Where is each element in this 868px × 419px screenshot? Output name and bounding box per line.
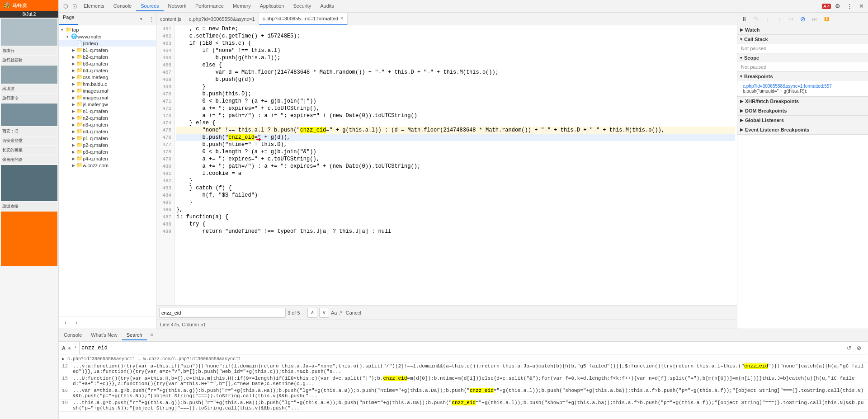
tree-item-hm[interactable]: ▶ 📁 hm.baidu.c — [59, 80, 156, 87]
tree-item-index[interactable]: 📄 (index) — [59, 40, 156, 47]
code-line-486: }, — [176, 206, 735, 213]
watch-section-header[interactable]: ▶ Watch — [737, 25, 868, 34]
console-search-input[interactable] — [81, 345, 843, 351]
website-place-3[interactable]: 长安的画板 — [1, 146, 57, 155]
tree-item-n3[interactable]: ▶ 📁 n3-q.mafen — [59, 121, 156, 128]
website-menu-2[interactable]: 旅行就要骑 — [1, 56, 57, 65]
tree-item-p4[interactable]: ▶ 📁 p4-q.mafen — [59, 155, 156, 162]
tree-item-images2[interactable]: ▶ 📁 images.maf — [59, 94, 156, 101]
console-search-input-area[interactable]: ↺ ⊘ — [79, 342, 865, 354]
console-line-number: 16 — [62, 388, 71, 399]
tree-item-p2[interactable]: ▶ 📁 p2-q.mafen — [59, 141, 156, 148]
website-date: 8/Jul.2 — [0, 11, 58, 18]
sidebar-more-btn[interactable]: ⋮ — [146, 14, 156, 24]
console-tab-close-btn[interactable]: ✕ — [147, 330, 156, 340]
sidebar-collapse-btn[interactable]: ‹ — [61, 318, 70, 327]
pause-btn[interactable]: ⏸ — [739, 14, 749, 24]
website-section[interactable]: 旅游攻略 — [1, 202, 57, 211]
search-cancel-btn[interactable]: Cancel — [346, 310, 361, 315]
more-debug-btn[interactable]: ⏬ — [821, 14, 831, 24]
console-line-text: ...this.a.g?b.push("r="+g(this.a.g)):b.p… — [73, 400, 865, 411]
code-line-478: 0 < b.length ? (a += g(b.join("&")) — [176, 148, 735, 155]
editor-tab-content-js[interactable]: content.js — [156, 13, 185, 25]
step-out-btn[interactable]: ↑ — [774, 14, 784, 24]
tab-console[interactable]: Console — [109, 1, 136, 11]
tree-item-b1[interactable]: ▶ 📁 b1-q.mafen — [59, 47, 156, 53]
editor-tab-php-2[interactable]: c.php?id=300655...nc=1:formatted ✕ — [259, 13, 348, 25]
breakpoints-header[interactable]: ▾ Breakpoints — [737, 72, 868, 81]
website-menu-3[interactable]: 出境游 — [1, 85, 57, 93]
close-devtools-btn[interactable]: ✕ — [856, 1, 866, 11]
tree-item-b4[interactable]: ▶ 📁 b4-q.mafen — [59, 67, 156, 74]
website-menu-1[interactable]: 自由行 — [1, 47, 57, 55]
tab-sources[interactable]: Sources — [136, 1, 163, 11]
tree-item-css[interactable]: ▶ 📁 css.mafeng — [59, 74, 156, 80]
dom-header[interactable]: ▶ DOM Breakpoints — [737, 106, 868, 115]
console-line-number: 12 — [62, 363, 71, 374]
console-tab-search[interactable]: Search — [122, 330, 147, 340]
tab-performance[interactable]: Performance — [191, 1, 228, 11]
editor-tab-php-1[interactable]: c.php?id=30065558&async=1 — [185, 13, 259, 25]
console-refresh-btn[interactable]: ↺ — [845, 344, 853, 352]
editor-tab-close-btn[interactable]: ✕ — [340, 16, 344, 21]
sidebar-add-btn[interactable]: ▾ — [136, 14, 146, 24]
tab-audits[interactable]: Audits — [316, 1, 339, 11]
website-header: 🐝 马蜂窝 — [0, 0, 58, 11]
global-arrow: ▶ — [740, 118, 743, 122]
website-place-1[interactable]: 西安：旧 — [1, 127, 57, 136]
editor-search-input[interactable] — [159, 308, 286, 318]
sidebar-tab-page[interactable]: Page — [59, 13, 78, 25]
deactivate-btn[interactable]: ⊘ — [798, 14, 808, 24]
tree-item-b3[interactable]: ▶ 📁 b3-q.mafen — [59, 60, 156, 67]
search-highlight: cnzz_eid — [383, 376, 407, 381]
tree-item-images1[interactable]: ▶ 📁 images.maf — [59, 87, 156, 94]
call-stack-header[interactable]: ▾ Call Stack — [737, 35, 868, 44]
search-prev-btn[interactable]: ∧ — [307, 308, 317, 318]
devtools-inspect-icon[interactable]: ⊡ — [70, 2, 79, 11]
global-listeners-header[interactable]: ▶ Global Listeners — [737, 116, 868, 125]
settings-btn[interactable]: ⚙ — [833, 1, 843, 11]
search-next-btn[interactable]: ∨ — [319, 308, 329, 318]
console-clear-btn[interactable]: ⊘ — [855, 344, 863, 352]
tree-item-js[interactable]: ▶ 📁 js.mafengw — [59, 101, 156, 108]
scope-arrow: ▾ — [740, 56, 742, 60]
sidebar-expand-btn[interactable]: › — [72, 318, 81, 327]
call-stack-content: Not paused — [737, 44, 868, 53]
tab-security[interactable]: Security — [288, 1, 316, 11]
step-over-btn[interactable]: ↷ — [751, 14, 761, 24]
code-editor[interactable]: 4614624634644654664674684694704714724734… — [156, 25, 737, 305]
tree-item-p3[interactable]: ▶ 📁 p3-q.mafen — [59, 148, 156, 155]
tab-network[interactable]: Network — [164, 1, 191, 11]
xhr-header[interactable]: ▶ XHR/fetch Breakpoints — [737, 97, 868, 106]
tree-item-n2[interactable]: ▶ 📁 n2-q.mafen — [59, 114, 156, 121]
xhr-arrow: ▶ — [740, 99, 743, 104]
tree-item-n1[interactable]: ▶ 📁 n1-q.mafen — [59, 108, 156, 114]
tree-item-p1[interactable]: ▶ 📁 p1-q.mafen — [59, 135, 156, 141]
dont-pause-btn[interactable]: ⏭ — [810, 14, 820, 24]
console-tab-whatsnew[interactable]: What's New — [86, 330, 122, 340]
website-place-4[interactable]: 张画图的路 — [1, 155, 57, 164]
tree-item-n4[interactable]: ▶ 📁 n4-q.mafen — [59, 128, 156, 135]
tree-item-top[interactable]: ▾ 📁 top — [59, 26, 156, 33]
event-listener-header[interactable]: ▶ Event Listener Breakpoints — [737, 125, 868, 134]
website-place-2[interactable]: 西安这些堂 — [1, 137, 57, 145]
tree-item-www[interactable]: ▾ 🌐 www.mafer — [59, 33, 156, 40]
more-btn[interactable]: ⋮ — [844, 1, 854, 11]
step-btn[interactable]: ↪ — [786, 14, 796, 24]
console-line: 15...U:function(){try{var a=this.H,b={},… — [59, 375, 868, 387]
code-content[interactable]: , c = new Date; c.setTime(c.getTime() + … — [175, 25, 737, 305]
tab-elements[interactable]: Elements — [79, 1, 109, 11]
global-listeners-section: ▶ Global Listeners — [737, 116, 868, 125]
step-into-btn[interactable]: ↓ — [763, 14, 773, 24]
console-tab-console[interactable]: Console — [59, 330, 86, 340]
tab-memory[interactable]: Memory — [228, 1, 255, 11]
tree-item-w[interactable]: ▶ 📁 w.cnzz.com — [59, 162, 156, 169]
website-menu-4[interactable]: 旅行家专 — [1, 94, 57, 103]
console-tabs: Console What's New Search ✕ — [59, 329, 868, 342]
tree-item-b2[interactable]: ▶ 📁 b2-q.mafen — [59, 53, 156, 60]
dom-section: ▶ DOM Breakpoints — [737, 106, 868, 116]
devtools-pointer-icon[interactable]: ⬡ — [61, 2, 70, 11]
scope-header[interactable]: ▾ Scope — [737, 53, 868, 62]
tab-application[interactable]: Application — [255, 1, 289, 11]
event-label: Event Listener Breakpoints — [745, 127, 809, 132]
